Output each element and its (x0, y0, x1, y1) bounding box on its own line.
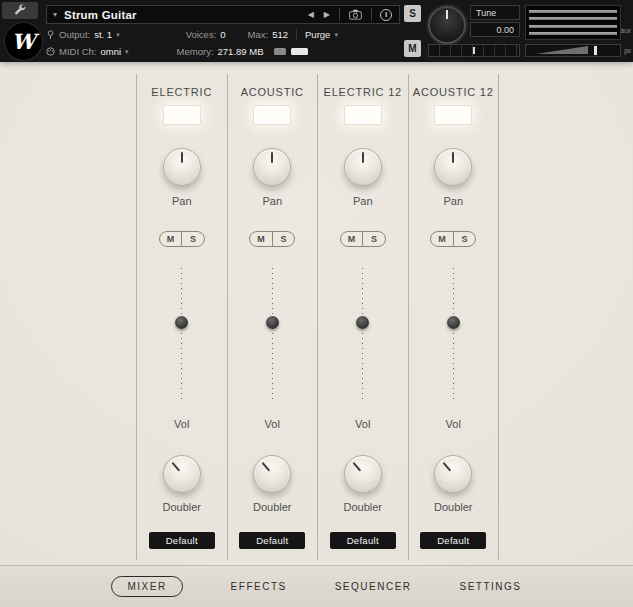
volume-ramp-icon (536, 46, 588, 54)
pan-label: Pan (262, 195, 282, 207)
doubler-knob[interactable] (163, 455, 201, 493)
next-instrument-icon[interactable]: ▶ (319, 10, 335, 19)
tab-mixer[interactable]: MIXER (111, 576, 182, 597)
output-select[interactable]: st. 1 (94, 29, 112, 40)
default-preset-button[interactable]: Default (330, 532, 396, 549)
doubler-label: Doubler (162, 501, 201, 513)
midi-caret-icon[interactable]: ▾ (125, 48, 129, 56)
output-caret-icon[interactable]: ▾ (116, 31, 120, 39)
header-output-row: Output: st. 1 ▾ Voices: 0 Max: 512 Purge… (46, 27, 400, 42)
instrument-collapse-icon[interactable]: ▾ (53, 10, 57, 19)
volume-slider[interactable] (262, 268, 282, 402)
knob-indicator (352, 462, 361, 472)
default-preset-button[interactable]: Default (420, 532, 486, 549)
channel-strip-acoustic-12: ACOUSTIC 12 Pan M S Vol Doubler Default (409, 74, 500, 560)
slider-track (272, 268, 273, 402)
channel-enable-button[interactable] (163, 105, 201, 125)
knob-indicator (181, 152, 183, 163)
slider-track (181, 268, 182, 402)
snapshot-camera-button[interactable] (344, 9, 367, 20)
solo-button[interactable]: S (273, 232, 295, 246)
volume-slider-handle[interactable] (447, 316, 460, 329)
knob-indicator (362, 152, 364, 163)
instrument-title: Strum Guitar (64, 9, 137, 21)
pan-knob[interactable] (434, 148, 472, 186)
volume-slider-handle[interactable] (356, 316, 369, 329)
midi-channel-select[interactable]: omni (100, 46, 121, 57)
solo-button[interactable]: S (363, 232, 385, 246)
knob-indicator (171, 462, 180, 472)
instrument-title-bar: ▾ Strum Guitar ◀ ▶ i (46, 5, 400, 24)
tune-knob[interactable] (428, 6, 466, 44)
volume-slider[interactable] (172, 268, 192, 402)
wrench-icon (14, 4, 27, 17)
default-preset-button[interactable]: Default (239, 532, 305, 549)
volume-slider-handle[interactable] (266, 316, 279, 329)
voices-value: 0 (220, 29, 225, 40)
purge-caret-icon[interactable]: ▾ (334, 31, 338, 39)
doubler-knob[interactable] (434, 455, 472, 493)
purge-menu[interactable]: Purge (305, 29, 330, 40)
pan-knob[interactable] (163, 148, 201, 186)
knob-indicator (452, 152, 454, 163)
header-midi-row: MIDI Ch: omni ▾ Memory: 271.89 MB (46, 44, 400, 59)
divider (339, 8, 340, 21)
vol-label: Vol (355, 418, 370, 430)
memory-label: Memory: (177, 46, 214, 57)
pan-knob[interactable] (253, 148, 291, 186)
tab-settings[interactable]: SETTINGS (460, 577, 522, 596)
max-label: Max: (248, 29, 269, 40)
instrument-pan-slider[interactable] (428, 44, 520, 57)
meter-bar (529, 10, 617, 13)
instrument-mute-button[interactable]: M (404, 40, 421, 57)
default-preset-button[interactable]: Default (149, 532, 215, 549)
prev-instrument-icon[interactable]: ◀ (303, 10, 319, 19)
tune-knob-indicator (446, 10, 448, 19)
doubler-label: Doubler (343, 501, 382, 513)
mute-button[interactable]: M (160, 232, 183, 246)
pv-button[interactable]: pv (624, 47, 631, 54)
output-jack-icon (46, 30, 55, 39)
volume-slider[interactable] (443, 268, 463, 402)
normal-view-toggle[interactable] (291, 48, 308, 55)
volume-slider-handle[interactable] (175, 316, 188, 329)
meter-bar (529, 25, 617, 28)
slider-track (362, 268, 363, 402)
aux-button[interactable]: aux (621, 27, 631, 34)
wavesfactory-logo: W (5, 23, 42, 60)
memory-value: 271.89 MB (218, 46, 264, 57)
tab-effects[interactable]: EFFECTS (231, 577, 287, 596)
doubler-knob[interactable] (253, 455, 291, 493)
info-icon[interactable]: i (380, 9, 392, 21)
mixer-panel: ELECTRIC Pan M S Vol Doubler Default AC (136, 74, 499, 560)
volume-slider-handle[interactable] (594, 46, 597, 55)
instrument-volume-slider[interactable] (525, 44, 621, 57)
edit-wrench-button[interactable] (2, 2, 38, 19)
channel-enable-button[interactable] (253, 105, 291, 125)
channel-strip-electric-12: ELECTRIC 12 Pan M S Vol Doubler Default (318, 74, 409, 560)
pan-knob[interactable] (344, 148, 382, 186)
channel-enable-button[interactable] (344, 105, 382, 125)
midi-channel-label: MIDI Ch: (59, 46, 96, 57)
channel-name: ACOUSTIC (241, 86, 304, 98)
tab-sequencer[interactable]: SEQUENCER (335, 577, 412, 596)
mute-button[interactable]: M (341, 232, 364, 246)
solo-button[interactable]: S (454, 232, 476, 246)
mute-button[interactable]: M (431, 232, 454, 246)
voices-label: Voices: (186, 29, 217, 40)
level-meter (525, 5, 621, 40)
instrument-solo-button[interactable]: S (404, 5, 421, 22)
tune-label: Tune (470, 5, 520, 20)
tune-value[interactable]: 0.00 (470, 22, 520, 37)
minimized-view-toggle[interactable] (274, 48, 286, 55)
volume-slider[interactable] (353, 268, 373, 402)
doubler-knob[interactable] (344, 455, 382, 493)
mute-button[interactable]: M (250, 232, 273, 246)
mute-solo-group: M S (430, 231, 476, 247)
pan-label: Pan (353, 195, 373, 207)
meter-bar (529, 32, 617, 35)
divider (371, 8, 372, 21)
bottom-tab-bar: MIXER EFFECTS SEQUENCER SETTINGS (0, 565, 633, 607)
solo-button[interactable]: S (182, 232, 204, 246)
channel-enable-button[interactable] (434, 105, 472, 125)
